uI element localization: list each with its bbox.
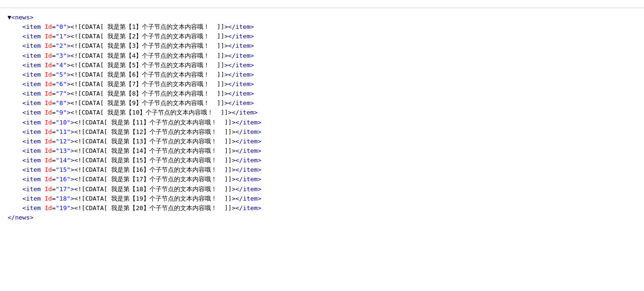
items-container: <item Id="0"><![CDATA[ 我是第【1】个子节点的文本内容哦！…	[8, 22, 636, 213]
list-item: <item Id="4"><![CDATA[ 我是第【5】个子节点的文本内容哦！…	[8, 61, 636, 70]
list-item: <item Id="0"><![CDATA[ 我是第【1】个子节点的文本内容哦！…	[8, 22, 636, 32]
list-item: <item Id="17"><![CDATA[ 我是第【18】个子节点的文本内容…	[8, 185, 636, 194]
list-item: <item Id="18"><![CDATA[ 我是第【19】个子节点的文本内容…	[8, 194, 636, 203]
list-item: <item Id="16"><![CDATA[ 我是第【17】个子节点的文本内容…	[8, 175, 636, 184]
list-item: <item Id="13"><![CDATA[ 我是第【14】个子节点的文本内容…	[8, 146, 636, 156]
root-close-line: </news>	[8, 213, 636, 222]
collapse-toggle[interactable]: ▼	[8, 14, 11, 21]
xml-tree: ▼<news> <item Id="0"><![CDATA[ 我是第【1】个子节…	[0, 8, 644, 227]
list-item: <item Id="6"><![CDATA[ 我是第【7】个子节点的文本内容哦！…	[8, 79, 636, 89]
list-item: <item Id="5"><![CDATA[ 我是第【6】个子节点的文本内容哦！…	[8, 70, 636, 79]
list-item: <item Id="7"><![CDATA[ 我是第【8】个子节点的文本内容哦！…	[8, 89, 636, 98]
list-item: <item Id="12"><![CDATA[ 我是第【13】个子节点的文本内容…	[8, 137, 636, 146]
list-item: <item Id="2"><![CDATA[ 我是第【3】个子节点的文本内容哦！…	[8, 41, 636, 51]
xml-info-message	[0, 0, 644, 8]
list-item: <item Id="14"><![CDATA[ 我是第【15】个子节点的文本内容…	[8, 156, 636, 165]
list-item: <item Id="15"><![CDATA[ 我是第【16】个子节点的文本内容…	[8, 165, 636, 175]
list-item: <item Id="9"><![CDATA[ 我是第【10】个子节点的文本内容哦…	[8, 108, 636, 117]
list-item: <item Id="11"><![CDATA[ 我是第【12】个子节点的文本内容…	[8, 127, 636, 137]
list-item: <item Id="3"><![CDATA[ 我是第【4】个子节点的文本内容哦！…	[8, 51, 636, 61]
list-item: <item Id="10"><![CDATA[ 我是第【11】个子节点的文本内容…	[8, 118, 636, 127]
root-open-line: ▼<news>	[8, 13, 636, 22]
list-item: <item Id="8"><![CDATA[ 我是第【9】个子节点的文本内容哦！…	[8, 98, 636, 108]
list-item: <item Id="19"><![CDATA[ 我是第【20】个子节点的文本内容…	[8, 203, 636, 213]
list-item: <item Id="1"><![CDATA[ 我是第【2】个子节点的文本内容哦！…	[8, 32, 636, 41]
